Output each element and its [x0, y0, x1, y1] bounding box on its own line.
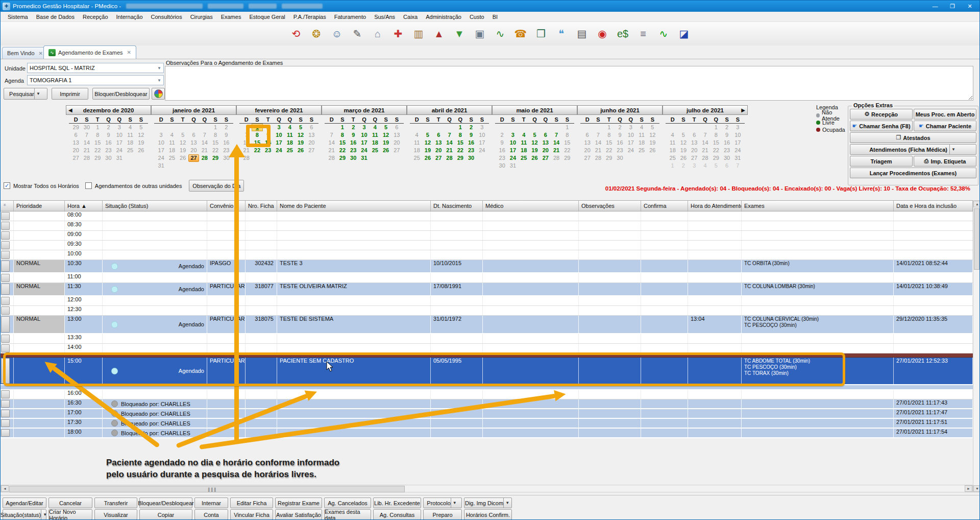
calendar-day[interactable]: 21	[326, 147, 337, 154]
calendar-day[interactable]: 14	[593, 139, 603, 147]
calendar-day[interactable]: 2	[497, 131, 507, 139]
action-editar-ficha[interactable]: Editar Ficha	[230, 498, 273, 508]
row-selector[interactable]	[1, 297, 10, 305]
action-ag-cancelados[interactable]: Ag. Cancelados	[324, 498, 371, 508]
calendar-day[interactable]: 8	[562, 131, 573, 139]
calendar-day[interactable]: 19	[178, 147, 188, 154]
revenue-down-icon[interactable]: ▼	[450, 25, 469, 43]
action-internar[interactable]: Internar	[194, 498, 228, 508]
chat-icon[interactable]: ❝	[552, 25, 571, 43]
outras-unidades-checkbox[interactable]	[85, 182, 92, 189]
calendar-day[interactable]: 4	[166, 131, 177, 139]
action-copiar[interactable]: Copiar	[139, 509, 192, 520]
calendar-day[interactable]: 22	[337, 147, 348, 154]
calendar-day[interactable]: 2	[615, 124, 625, 131]
pesquisar-button[interactable]: Pesquisar ▼	[4, 88, 47, 100]
action-dig-img-dicom[interactable]: Dig. Img Dicom▼	[464, 498, 512, 508]
table-row-09-30[interactable]: 09:30	[1, 241, 973, 250]
column-header-Confirma[interactable]: Confirma	[641, 201, 688, 211]
calendar-day[interactable]: 11	[166, 139, 177, 147]
calendar-day[interactable]: 28	[551, 154, 561, 162]
action-vincular-ficha[interactable]: Vincular Ficha	[230, 509, 273, 520]
menu-item-base-de-dados[interactable]: Base de Dados	[32, 13, 79, 21]
calendar-day[interactable]: 11	[284, 131, 295, 139]
column-header-Prioridade[interactable]: Prioridade	[14, 201, 65, 211]
calendar-day[interactable]: 19	[136, 139, 146, 147]
vertical-scrollbar[interactable]: ▲ ▼	[973, 200, 980, 492]
table-row-17-30[interactable]: 17:30Bloqueado por: CHARLLES27/01/2021 1…	[1, 419, 973, 429]
calendar-day[interactable]: 27	[689, 154, 700, 162]
calendar-day[interactable]: 26	[647, 147, 658, 154]
row-selector[interactable]	[1, 400, 10, 408]
calendar-day[interactable]: 22	[604, 147, 615, 154]
menu-item-sus-ans[interactable]: Sus/Ans	[370, 13, 399, 21]
row-selector[interactable]	[1, 222, 10, 230]
action-lib-hr-excedente[interactable]: Lib. Hr. Excedente	[373, 498, 421, 508]
calendar-day[interactable]: 31	[507, 162, 518, 170]
calendar-day[interactable]: 24	[156, 154, 166, 162]
row-selector[interactable]	[1, 390, 10, 398]
calendar-day[interactable]: 22	[562, 147, 573, 154]
calendar-day[interactable]: 16	[103, 139, 114, 147]
calendar-day[interactable]: 13	[188, 139, 199, 147]
table-row-10-00[interactable]: 10:00	[1, 250, 973, 260]
calendar-day[interactable]: 31	[114, 154, 125, 162]
calendar-day[interactable]: 30	[81, 124, 92, 131]
calendar-day[interactable]: 22	[92, 147, 103, 154]
calendar-day[interactable]: 15	[455, 139, 465, 147]
calendar-day[interactable]: 25	[667, 154, 678, 162]
calendar-day[interactable]: 17	[156, 147, 166, 154]
calendar-day[interactable]: 29	[455, 154, 465, 162]
row-selector[interactable]	[1, 410, 10, 417]
calendar-day[interactable]: 2	[678, 162, 689, 170]
calendar-day[interactable]: 21	[700, 147, 710, 154]
calendar-day[interactable]: 1	[667, 162, 678, 170]
calendar-day[interactable]: 22	[455, 147, 465, 154]
power-icon[interactable]: ◉	[593, 25, 611, 43]
calendar-day[interactable]: 13	[540, 139, 551, 147]
next-month-icon[interactable]: ▶	[741, 107, 745, 113]
calendar-day[interactable]: 21	[593, 147, 603, 154]
action-dropdown-icon[interactable]: ▼	[451, 498, 458, 508]
calendar-day[interactable]: 1	[604, 124, 615, 131]
action-dropdown-icon[interactable]: ▼	[41, 510, 48, 519]
calendar-day[interactable]: 29	[70, 124, 81, 131]
row-selector[interactable]	[1, 241, 10, 249]
calendar-day[interactable]: 12	[380, 131, 391, 139]
calendar-day[interactable]: 17	[477, 139, 487, 147]
calendar-day[interactable]: 4	[284, 124, 295, 131]
calendar-day[interactable]: 3	[114, 124, 125, 131]
calendar-day[interactable]: 14	[199, 139, 210, 147]
mostrar-todos-checkbox[interactable]: ✓	[4, 182, 10, 189]
calendar-day[interactable]: 10	[732, 131, 743, 139]
table-row-12-00[interactable]: 12:00	[1, 296, 973, 306]
calendar-day[interactable]: 24	[732, 147, 743, 154]
calendar-day[interactable]: 25	[370, 147, 380, 154]
calendar-day[interactable]: 7	[444, 131, 455, 139]
calendar-day[interactable]: 4	[125, 124, 135, 131]
calendar-day[interactable]: 10	[114, 131, 125, 139]
table-row-10-30[interactable]: NORMAL10:30AgendadoIPASGO302432TESTE 310…	[1, 260, 973, 273]
column-header-Exames[interactable]: Exames	[742, 201, 894, 211]
calendar-day[interactable]: 25	[519, 154, 529, 162]
calendar-day[interactable]: 26	[295, 147, 306, 154]
tab-agendamento-exames[interactable]: ∿ Agendamento de Exames ✕	[43, 45, 136, 59]
calendar-day[interactable]: 16	[615, 139, 625, 147]
calendar-day[interactable]: 31	[156, 162, 166, 170]
prev-month-icon[interactable]: ◀	[68, 107, 72, 113]
bloquear-desbloquear-button[interactable]: Bloquer/Desbloquear	[92, 88, 150, 100]
calendar-day[interactable]: 9	[497, 139, 507, 147]
action-transferir[interactable]: Transferir	[94, 498, 137, 508]
calendar-day[interactable]: 15	[92, 139, 103, 147]
table-row-13-00[interactable]: NORMAL13:00AgendadoPARTICULAR318075TESTE…	[1, 316, 973, 334]
menu-item-estoque-geral[interactable]: Estoque Geral	[245, 13, 289, 21]
calendar-day[interactable]: 30	[615, 154, 625, 162]
scrollbar-thumb[interactable]: ▐▐▐	[9, 486, 405, 492]
agenda-select[interactable]: TOMOGRAFIA 1 ▼	[27, 75, 164, 85]
calendar-day[interactable]: 29	[710, 154, 721, 162]
calendar-day[interactable]: 18	[636, 139, 647, 147]
calendar-day[interactable]: 18	[166, 147, 177, 154]
calendar-day[interactable]: 3	[156, 131, 166, 139]
phone-directory-icon[interactable]: ☎	[511, 25, 530, 43]
calendar-day[interactable]: 7	[199, 131, 210, 139]
